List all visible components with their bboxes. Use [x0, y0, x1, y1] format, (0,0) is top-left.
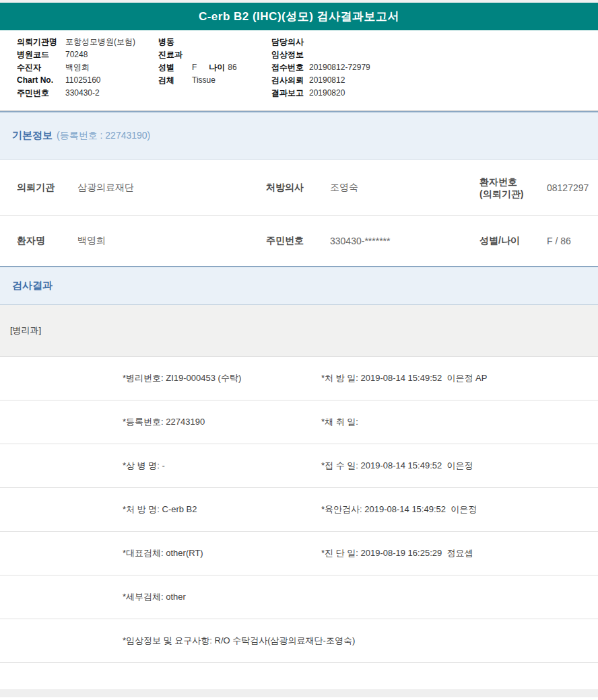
- hospital-code-value: 70248: [65, 50, 88, 59]
- examinee-label: 수진자: [17, 61, 65, 74]
- hospital-code-label: 병원코드: [17, 48, 65, 61]
- result-row-clinical-request: *임상정보 및 요구사항: R/O 수탁검사(삼광의료재단-조영숙): [0, 619, 598, 663]
- age-label: 나이: [209, 61, 228, 74]
- patient-number-label: 환자번호(의뢰기관): [479, 176, 523, 200]
- diagnosis-date-text: *진 단 일: 2019-08-19 16:25:29 정요셉: [321, 547, 473, 559]
- receipt-no-label: 접수번호: [271, 61, 309, 74]
- sub-specimen-text: *세부검체: other: [123, 591, 186, 603]
- specimen-label: 검체: [158, 74, 192, 87]
- pathology-number-text: *병리번호: ZI19-000453 (수탁): [123, 372, 241, 384]
- prescribing-doctor-label: 처방의사: [266, 182, 304, 194]
- id-block-left-column: 의뢰기관명포항성모병원(보험) 병원코드70248 수진자백영희 Chart N…: [17, 36, 158, 100]
- result-report-date-label: 결과보고: [271, 87, 309, 100]
- test-request-date-value: 20190812: [309, 75, 345, 85]
- requesting-org-value: 포항성모병원(보험): [65, 37, 135, 46]
- test-request-date-label: 검사의뢰: [271, 74, 309, 87]
- result-row-main-specimen: *대표검체: other(RT) *진 단 일: 2019-08-19 16:2…: [0, 532, 598, 575]
- patient-id-block: 의뢰기관명포항성모병원(보험) 병원코드70248 수진자백영희 Chart N…: [0, 30, 598, 111]
- report-title: C-erb B2 (IHC)(성모) 검사결과보고서: [199, 9, 399, 24]
- prescribing-doctor-value: 조영숙: [330, 182, 358, 194]
- result-row-registration-number: *등록번호: 22743190 *채 취 일:: [0, 400, 598, 444]
- patient-number-value: 08127297: [547, 182, 589, 193]
- referring-org-value: 삼광의료재단: [77, 182, 134, 194]
- sex-age-table-value: F / 86: [547, 236, 571, 246]
- prescription-name-text: *처 방 명: C-erb B2: [123, 503, 197, 516]
- receipt-no-row: 접수번호20190812-72979: [271, 61, 473, 74]
- main-specimen-text: *대표검체: other(RT): [123, 547, 203, 559]
- disease-name-text: *상 병 명: -: [123, 460, 165, 472]
- basic-info-section-header: 기본정보 (등록번호 : 22743190): [0, 111, 598, 160]
- patient-name-value: 백영희: [77, 235, 106, 247]
- referring-org-label: 의뢰기관: [17, 182, 55, 194]
- clinical-request-text: *임상정보 및 요구사항: R/O 수탁검사(삼광의료재단-조영숙): [123, 635, 355, 647]
- test-result-section-header: 검사결과: [0, 266, 598, 305]
- sex-age-table-label: 성별/나이: [479, 235, 520, 247]
- sex-label: 성별: [158, 61, 192, 74]
- sex-age-row: 성별F나이86: [158, 61, 271, 74]
- basic-info-title: 기본정보: [12, 129, 53, 142]
- requesting-org-label: 의뢰기관명: [17, 36, 65, 48]
- requesting-org-row: 의뢰기관명포항성모병원(보험): [17, 36, 158, 48]
- patient-number-label-line2: (의뢰기관): [479, 188, 523, 199]
- resident-number-label: 주민번호: [266, 235, 304, 247]
- patient-table-row-2: 환자명 백영희 주민번호 330430-******* 성별/나이 F / 86: [0, 216, 598, 266]
- ward-label: 병동: [158, 36, 192, 48]
- test-result-title: 검사결과: [12, 279, 53, 292]
- hospital-code-row: 병원코드70248: [17, 48, 158, 61]
- collection-date-text: *채 취 일:: [321, 416, 358, 428]
- result-row-sub-specimen: *세부검체: other: [0, 575, 598, 619]
- result-report-date-row: 결과보고20190820: [271, 87, 473, 100]
- sex-value: F: [192, 63, 197, 72]
- pathology-department-label: [병리과]: [10, 324, 41, 337]
- result-row-pathology-number: *병리번호: ZI19-000453 (수탁) *처 방 일: 2019-08-…: [0, 357, 598, 400]
- resident-number-value: 330430-*******: [330, 236, 391, 246]
- footer-band: [0, 689, 598, 697]
- report-title-bar: C-erb B2 (IHC)(성모) 검사결과보고서: [0, 3, 598, 30]
- department-label: 진료과: [158, 48, 192, 61]
- prescription-date-text: *처 방 일: 2019-08-14 15:49:52 이은정 AP: [321, 372, 487, 384]
- chart-no-row: Chart No.11025160: [17, 74, 158, 87]
- patient-table-row-1: 의뢰기관 삼광의료재단 처방의사 조영숙 환자번호(의뢰기관) 08127297: [0, 160, 598, 216]
- registration-number-detail-text: *등록번호: 22743190: [123, 416, 205, 428]
- resident-no-row: 주민번호330430-2: [17, 87, 158, 100]
- chart-no-label: Chart No.: [17, 74, 65, 87]
- examinee-value: 백영희: [65, 63, 90, 72]
- attending-doctor-row: 담당의사: [271, 36, 473, 48]
- age-value: 86: [228, 63, 236, 72]
- pathology-department-band: [병리과]: [0, 305, 598, 357]
- test-request-date-row: 검사의뢰20190812: [271, 74, 473, 87]
- result-row-disease-name: *상 병 명: - *접 수 일: 2019-08-14 15:49:52 이은…: [0, 444, 598, 488]
- result-report-date-value: 20190820: [309, 88, 345, 98]
- registration-number-text: (등록번호 : 22743190): [57, 130, 150, 142]
- receipt-date-text: *접 수 일: 2019-08-14 15:49:52 이은정: [321, 460, 473, 472]
- department-row: 진료과: [158, 48, 271, 61]
- resident-no-value: 330430-2: [65, 88, 100, 98]
- specimen-value: Tissue: [192, 75, 215, 85]
- specimen-row: 검체Tissue: [158, 74, 271, 87]
- clinical-info-label: 임상정보: [271, 48, 309, 61]
- result-row-prescription-name: *처 방 명: C-erb B2 *육안검사: 2019-08-14 15:49…: [0, 488, 598, 532]
- id-block-middle-column: 병동 진료과 성별F나이86 검체Tissue: [158, 36, 271, 87]
- id-block-right-column: 담당의사 임상정보 접수번호20190812-72979 검사의뢰2019081…: [271, 36, 473, 100]
- examinee-row: 수진자백영희: [17, 61, 158, 74]
- patient-number-label-line1: 환자번호: [479, 176, 517, 187]
- receipt-no-value: 20190812-72979: [309, 63, 370, 72]
- attending-doctor-label: 담당의사: [271, 36, 309, 48]
- ward-row: 병동: [158, 36, 271, 48]
- clinical-info-row: 임상정보: [271, 48, 473, 61]
- empty-spacer-row: [0, 663, 598, 689]
- gross-exam-date-text: *육안검사: 2019-08-14 15:49:52 이은정: [321, 503, 477, 516]
- resident-no-label: 주민번호: [17, 87, 65, 100]
- chart-no-value: 11025160: [65, 75, 101, 85]
- patient-name-label: 환자명: [17, 235, 45, 247]
